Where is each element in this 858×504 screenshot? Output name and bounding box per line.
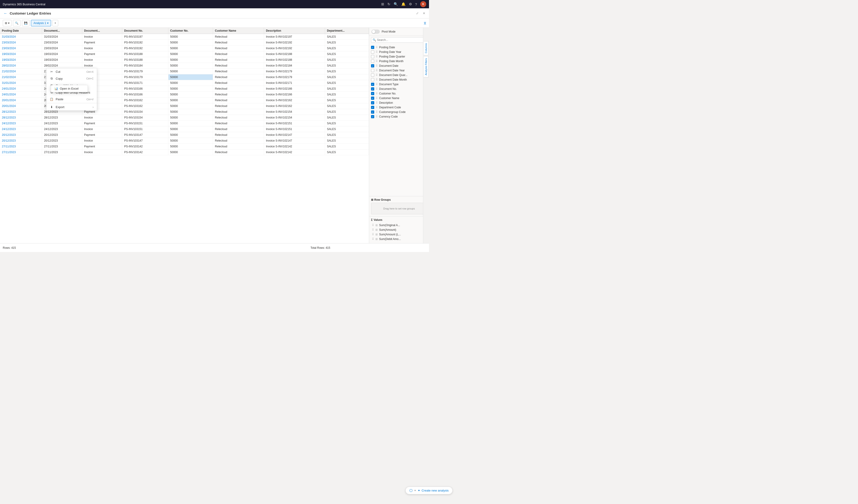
col-cust-name[interactable]: Customer Name: [213, 28, 264, 34]
column-item[interactable]: ⠿ Document Date Month: [369, 77, 429, 82]
cell-posting-date[interactable]: 24/01/2024: [0, 92, 42, 97]
tab-analysis-filters[interactable]: Analysis Filters: [424, 56, 429, 77]
col-checkbox[interactable]: ✓: [371, 87, 374, 91]
column-item[interactable]: ✓ ⠿ Document Date: [369, 64, 429, 68]
cell-posting-date[interactable]: 20/01/2024: [0, 97, 42, 103]
cell-posting-date[interactable]: 24/01/2024: [0, 86, 42, 92]
search-box[interactable]: 🔍: [371, 37, 427, 43]
col-checkbox[interactable]: [371, 69, 374, 72]
ctx-open-excel[interactable]: 📊 Open in Excel: [51, 85, 88, 92]
table-row[interactable]: 20/12/2023 20/12/2023 Payment PS-INV1031…: [0, 132, 369, 138]
search-topbar-icon[interactable]: 🔍: [394, 2, 398, 6]
ctx-cut[interactable]: ✂ Cut Ctrl+X: [46, 68, 97, 75]
cell-posting-date[interactable]: 24/12/2023: [0, 126, 42, 132]
column-item[interactable]: ✓ ⠿ Document No.: [369, 87, 429, 91]
col-checkbox[interactable]: ✓: [371, 46, 374, 49]
col-checkbox[interactable]: ✓: [371, 101, 374, 104]
table-row[interactable]: 27/11/2023 27/11/2023 Invoice PS-INV1031…: [0, 149, 369, 155]
pin-icon[interactable]: ✕: [423, 12, 425, 15]
back-button[interactable]: ←: [4, 11, 7, 15]
bell-icon[interactable]: 🔔: [401, 2, 406, 6]
col-cust-no[interactable]: Customer No.: [168, 28, 213, 34]
avatar[interactable]: K: [420, 1, 426, 7]
table-row[interactable]: 23/03/2024 23/03/2024 Invoice PS-INV1031…: [0, 46, 369, 51]
col-checkbox[interactable]: ✓: [371, 115, 374, 118]
settings-icon[interactable]: ⚙: [409, 2, 412, 6]
cell-posting-date[interactable]: 23/03/2024: [0, 40, 42, 46]
view-button[interactable]: ⊞ ▾: [3, 20, 12, 26]
col-checkbox[interactable]: [371, 50, 374, 53]
table-row[interactable]: 23/03/2024 23/03/2024 Payment PS-INV1031…: [0, 40, 369, 46]
expand-icon[interactable]: ⤢: [416, 12, 418, 15]
column-item[interactable]: ✓ ⠿ Customer Name: [369, 96, 429, 100]
col-doc-no[interactable]: Document No.: [122, 28, 168, 34]
col-checkbox[interactable]: ✓: [371, 97, 374, 100]
cell-posting-date[interactable]: 24/12/2023: [0, 120, 42, 126]
column-item[interactable]: ✓ ⠿ Customer No.: [369, 91, 429, 96]
cell-posting-date[interactable]: 20/12/2023: [0, 132, 42, 138]
cell-posting-date[interactable]: 31/03/2024: [0, 34, 42, 40]
cell-posting-date[interactable]: 21/02/2024: [0, 69, 42, 75]
tab-columns[interactable]: Columns: [424, 41, 429, 55]
cell-posting-date[interactable]: 20/12/2023: [0, 138, 42, 144]
col-checkbox[interactable]: [371, 60, 374, 63]
column-item[interactable]: ⠿ Posting Date Quarter: [369, 54, 429, 59]
col-checkbox[interactable]: [371, 55, 374, 58]
save-button[interactable]: 💾: [22, 20, 30, 26]
table-row[interactable]: 24/12/2023 24/12/2023 Payment PS-INV1031…: [0, 120, 369, 126]
ctx-paste[interactable]: 📋 Paste Ctrl+V: [46, 96, 97, 102]
filter-button[interactable]: ⧖: [424, 21, 426, 25]
cell-posting-date[interactable]: 27/11/2023: [0, 144, 42, 149]
ctx-copy[interactable]: ⧉ Copy Ctrl+C: [46, 75, 97, 82]
col-doc-date[interactable]: Document...: [42, 28, 82, 34]
col-description[interactable]: Description: [264, 28, 325, 34]
grid-icon[interactable]: ⊞: [381, 2, 384, 6]
table-row[interactable]: 24/12/2023 24/12/2023 Invoice PS-INV1031…: [0, 126, 369, 132]
cell-posting-date[interactable]: 19/03/2024: [0, 57, 42, 63]
search-button[interactable]: 🔍: [13, 20, 20, 26]
column-item[interactable]: ⠿ Document Date Quar...: [369, 73, 429, 77]
cell-posting-date[interactable]: 31/01/2024: [0, 80, 42, 86]
col-doc-type[interactable]: Document...: [82, 28, 122, 34]
analysis-tab[interactable]: Analysis 1 ▾: [31, 20, 51, 26]
col-checkbox[interactable]: ✓: [371, 92, 374, 95]
table-row[interactable]: 31/03/2024 31/03/2024 Invoice PS-INV1031…: [0, 34, 369, 40]
cell-posting-date[interactable]: 20/01/2024: [0, 103, 42, 109]
add-analysis-button[interactable]: +: [52, 20, 58, 26]
table-row[interactable]: 20/12/2023 20/12/2023 Invoice PS-INV1031…: [0, 138, 369, 144]
column-item[interactable]: ✓ ⠿ Document Type: [369, 82, 429, 87]
cell-posting-date[interactable]: 28/02/2024: [0, 63, 42, 69]
table-row[interactable]: 27/11/2023 27/11/2023 Payment PS-INV1031…: [0, 144, 369, 149]
col-checkbox[interactable]: ✓: [371, 64, 374, 67]
cell-posting-date[interactable]: 28/12/2023: [0, 109, 42, 115]
column-item[interactable]: ✓ ⠿ Posting Date: [369, 45, 429, 50]
col-department[interactable]: Department...: [325, 28, 369, 34]
help-icon[interactable]: ?: [415, 2, 417, 6]
cell-posting-date[interactable]: 21/02/2024: [0, 75, 42, 80]
row-groups-dropzone[interactable]: Drag here to set row groups: [371, 203, 427, 214]
col-checkbox[interactable]: [371, 74, 374, 77]
column-item[interactable]: ⠿ Posting Date Year: [369, 50, 429, 54]
col-checkbox[interactable]: ✓: [371, 106, 374, 109]
cell-posting-date[interactable]: 28/12/2023: [0, 115, 42, 120]
table-row[interactable]: 19/03/2024 19/03/2024 Invoice PS-INV1031…: [0, 57, 369, 63]
cell-posting-date[interactable]: 27/11/2023: [0, 149, 42, 155]
table-row[interactable]: 28/02/2024 28/02/2024 Invoice PS-INV1031…: [0, 63, 369, 69]
ctx-export[interactable]: ⬇ Export ›: [46, 104, 97, 110]
search-input[interactable]: [377, 38, 426, 42]
column-item[interactable]: ✓ ⠿ Currency Code: [369, 114, 429, 119]
table-row[interactable]: 19/03/2024 19/03/2024 Payment PS-INV1031…: [0, 51, 369, 57]
column-item[interactable]: ✓ ⠿ Customergroup Code: [369, 110, 429, 114]
pivot-toggle[interactable]: [371, 30, 380, 34]
column-item[interactable]: ⠿ Document Date Year: [369, 68, 429, 73]
cell-posting-date[interactable]: 23/03/2024: [0, 46, 42, 51]
cell-posting-date[interactable]: 19/03/2024: [0, 51, 42, 57]
col-checkbox[interactable]: [371, 78, 374, 81]
column-item[interactable]: ✓ ⠿ Department Code: [369, 105, 429, 110]
refresh-icon[interactable]: ↻: [387, 2, 391, 6]
table-row[interactable]: 28/12/2023 28/12/2023 Invoice PS-INV1031…: [0, 115, 369, 120]
column-item[interactable]: ⠿ Posting Date Month: [369, 59, 429, 64]
col-checkbox[interactable]: ✓: [371, 83, 374, 86]
col-checkbox[interactable]: ✓: [371, 110, 374, 114]
col-posting-date[interactable]: Posting Date: [0, 28, 42, 34]
